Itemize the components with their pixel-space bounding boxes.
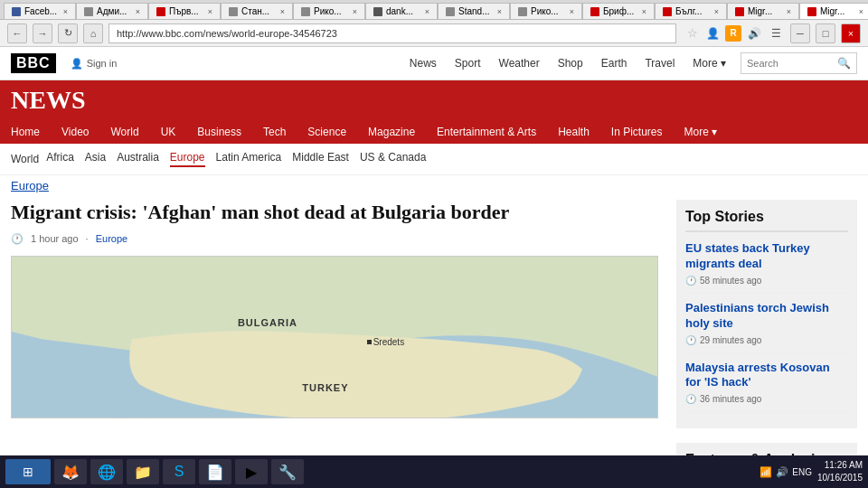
section-nav-pictures[interactable]: In Pictures: [600, 120, 674, 144]
windows-icon: ⊞: [23, 465, 33, 479]
taskbar-icon-firefox[interactable]: 🦊: [54, 459, 87, 484]
menu-icon[interactable]: ☰: [767, 24, 785, 42]
taskbar-icon-7[interactable]: 🔧: [271, 459, 304, 484]
nav-news[interactable]: News: [410, 57, 437, 70]
tab-8[interactable]: Рико... ×: [510, 3, 582, 19]
map-label-turkey: TURKEY: [302, 382, 348, 393]
tab-facebook[interactable]: Faceb... ×: [4, 3, 76, 19]
volume-icon: 🔊: [776, 466, 788, 478]
sidebar: Top Stories EU states back Turkey migran…: [676, 200, 857, 488]
clock-icon-1: 🕐: [685, 276, 696, 286]
taskbar-icon-chrome[interactable]: 🌐: [90, 459, 123, 484]
close-button[interactable]: ×: [841, 23, 861, 43]
rss-icon[interactable]: R: [725, 25, 741, 42]
start-button[interactable]: ⊞: [5, 459, 51, 484]
breadcrumb-world[interactable]: World: [11, 153, 39, 165]
maximize-button[interactable]: □: [816, 23, 835, 43]
search-button[interactable]: 🔍: [832, 57, 856, 70]
sidebar-story-3-meta: 🕐 36 minutes ago: [685, 394, 848, 404]
article-time: 1 hour ago: [31, 233, 79, 244]
bbc-top-nav: BBC 👤 Sign in News Sport Weather Shop Ea…: [0, 47, 868, 80]
taskbar-icon-6[interactable]: ▶: [235, 459, 268, 484]
article-main: Migrant crisis: 'Afghan' man shot dead a…: [11, 200, 676, 488]
breadcrumb-europe[interactable]: Europe: [170, 151, 205, 167]
section-nav-tech[interactable]: Tech: [252, 120, 297, 144]
nav-shop[interactable]: Shop: [558, 57, 583, 70]
taskbar-date: 10/16/2015: [817, 472, 863, 484]
sidebar-story-1-title[interactable]: EU states back Turkey migrants deal: [685, 241, 848, 272]
section-nav-world[interactable]: World: [100, 120, 150, 144]
section-nav-more[interactable]: More ▾: [674, 120, 729, 144]
lang-label: ENG: [792, 467, 812, 477]
breadcrumb-latin-america[interactable]: Latin America: [216, 151, 282, 167]
section-nav-video[interactable]: Video: [51, 120, 99, 144]
sidebar-story-3-title[interactable]: Malaysia arrests Kosovan for 'IS hack': [685, 361, 848, 391]
bbc-header: BBC 👤 Sign in News Sport Weather Shop Ea…: [0, 47, 868, 144]
sidebar-story-3[interactable]: Malaysia arrests Kosovan for 'IS hack' 🕐…: [685, 361, 848, 413]
bbc-search-box[interactable]: 🔍: [741, 52, 857, 74]
tab-9[interactable]: Бриф... ×: [582, 3, 655, 19]
forward-button[interactable]: →: [33, 23, 52, 43]
back-button[interactable]: ←: [7, 23, 27, 43]
nav-earth[interactable]: Earth: [601, 57, 627, 70]
user-icon: 👤: [71, 58, 83, 70]
nav-travel[interactable]: Travel: [645, 57, 675, 70]
tab-5[interactable]: Рико... ×: [293, 3, 365, 19]
bbc-logo-box: BBC: [11, 53, 56, 73]
bbc-logo[interactable]: BBC: [11, 53, 56, 73]
bbc-section-nav: Home Video World UK Business Tech Scienc…: [0, 120, 868, 144]
speaker-icon[interactable]: 🔊: [745, 24, 763, 42]
taskbar-icon-5[interactable]: 📄: [199, 459, 231, 484]
breadcrumb-africa[interactable]: Africa: [46, 151, 74, 167]
bookmark-star-icon[interactable]: ☆: [687, 26, 698, 40]
bbc-content: Migrant crisis: 'Afghan' man shot dead a…: [0, 200, 868, 488]
tab-6[interactable]: dank... ×: [365, 3, 438, 19]
nav-sport[interactable]: Sport: [455, 57, 481, 70]
taskbar-icon-4[interactable]: S: [163, 459, 195, 484]
breadcrumb-asia[interactable]: Asia: [85, 151, 106, 167]
taskbar: ⊞ 🦊 🌐 📁 S 📄 ▶ 🔧 📶 🔊 ENG 11:26 AM 10/16/2…: [0, 455, 868, 488]
search-input[interactable]: [741, 58, 832, 69]
home-button[interactable]: ⌂: [83, 23, 103, 43]
nav-weather[interactable]: Weather: [499, 57, 540, 70]
tab-7[interactable]: Stand... ×: [438, 3, 510, 19]
map-label-bulgaria: BULGARIA: [238, 317, 297, 328]
tab-4[interactable]: Стан... ×: [221, 3, 293, 19]
breadcrumb-us-canada[interactable]: US & Canada: [360, 151, 426, 167]
section-nav-home[interactable]: Home: [0, 120, 51, 144]
taskbar-right: 📶 🔊 ENG 11:26 AM 10/16/2015: [760, 459, 863, 484]
skype-icon: S: [175, 464, 184, 480]
bbc-signin[interactable]: 👤 Sign in: [71, 58, 118, 70]
bbc-news-title: NEWS: [11, 86, 85, 114]
app-icon: 🔧: [278, 464, 297, 481]
section-nav-health[interactable]: Health: [547, 120, 600, 144]
section-nav-entertainment[interactable]: Entertainment & Arts: [426, 120, 547, 144]
minimize-button[interactable]: ─: [790, 23, 810, 43]
clock-icon-3: 🕐: [685, 394, 696, 404]
top-stories-section: Top Stories EU states back Turkey migran…: [676, 200, 857, 428]
reload-button[interactable]: ↻: [58, 23, 78, 43]
tab-10[interactable]: Бълг... ×: [655, 3, 727, 19]
sidebar-story-1-time: 58 minutes ago: [700, 276, 761, 286]
section-nav-business[interactable]: Business: [186, 120, 252, 144]
section-nav-uk[interactable]: UK: [150, 120, 187, 144]
breadcrumb-middle-east[interactable]: Middle East: [292, 151, 349, 167]
nav-more[interactable]: More ▾: [693, 57, 726, 70]
tab-migr1[interactable]: Migr... ×: [727, 3, 799, 19]
tab-2[interactable]: Адми... ×: [76, 3, 148, 19]
taskbar-icon-3[interactable]: 📁: [127, 459, 159, 484]
sub-breadcrumb-europe-link[interactable]: Europe: [11, 179, 49, 192]
article-section-link[interactable]: Europe: [96, 233, 127, 244]
tab-3[interactable]: Първ... ×: [148, 3, 221, 19]
taskbar-clock: 11:26 AM 10/16/2015: [817, 459, 863, 484]
firefox-icon: 🦊: [61, 464, 80, 481]
tab-migr2-active[interactable]: Migr... ×: [799, 3, 868, 19]
sidebar-story-2-title[interactable]: Palestinians torch Jewish holy site: [685, 301, 848, 332]
breadcrumb-australia[interactable]: Australia: [117, 151, 159, 167]
profile-icon[interactable]: 👤: [703, 24, 722, 42]
sidebar-story-1[interactable]: EU states back Turkey migrants deal 🕐 58…: [685, 241, 848, 294]
sidebar-story-2[interactable]: Palestinians torch Jewish holy site 🕐 29…: [685, 301, 848, 353]
section-nav-science[interactable]: Science: [297, 120, 357, 144]
section-nav-magazine[interactable]: Magazine: [357, 120, 426, 144]
address-bar[interactable]: http://www.bbc.com/news/world-europe-345…: [108, 23, 676, 43]
